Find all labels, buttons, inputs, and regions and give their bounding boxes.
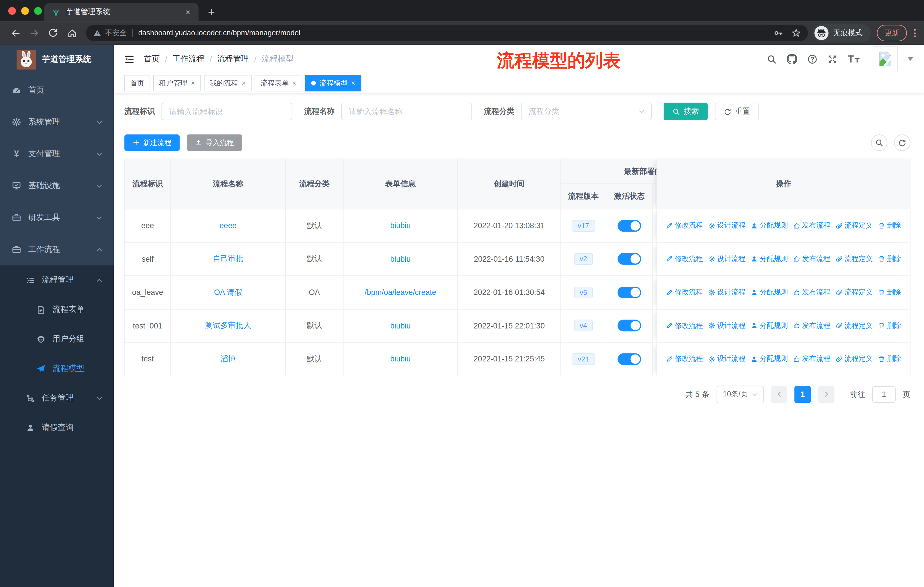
form-info-link[interactable]: /bpm/oa/leave/create <box>365 288 436 297</box>
goto-page-input[interactable] <box>872 386 896 403</box>
breadcrumb-process-management[interactable]: 流程管理 <box>217 54 249 64</box>
action-design-model[interactable]: 设计流程 <box>708 354 746 364</box>
sidebar-item-user-group[interactable]: 用户分组 <box>0 324 114 354</box>
reload-button[interactable] <box>45 25 60 40</box>
model-name-link[interactable]: 滔博 <box>220 354 236 364</box>
action-assign-rule[interactable]: 分配规则 <box>751 287 788 297</box>
sidebar-item-payment[interactable]: ¥ 支付管理 <box>0 138 114 170</box>
breadcrumb-workflow[interactable]: 工作流程 <box>172 54 204 64</box>
model-id-input[interactable] <box>162 103 292 121</box>
action-edit-model[interactable]: 修改流程 <box>666 354 703 364</box>
browser-tab[interactable]: 芋道管理系统 × <box>44 3 198 21</box>
user-avatar[interactable] <box>873 47 898 71</box>
tab-close-button[interactable]: × <box>185 7 191 17</box>
action-delete[interactable]: 删除 <box>878 321 901 331</box>
active-toggle[interactable] <box>617 220 641 231</box>
action-delete[interactable]: 删除 <box>878 221 901 231</box>
reset-button[interactable]: 重置 <box>715 103 759 121</box>
model-name-link[interactable]: 自己审批 <box>213 254 243 264</box>
action-process-definition[interactable]: 流程定义 <box>835 254 873 264</box>
sidebar-item-process-form[interactable]: 流程表单 <box>0 295 114 324</box>
github-link[interactable] <box>787 54 797 64</box>
action-delete[interactable]: 删除 <box>878 354 901 364</box>
action-edit-model[interactable]: 修改流程 <box>666 254 703 264</box>
form-info-link[interactable]: biubiu <box>390 255 411 263</box>
action-edit-model[interactable]: 修改流程 <box>666 321 703 331</box>
font-size-button[interactable] <box>848 54 860 64</box>
avatar-dropdown-caret-icon[interactable] <box>908 57 913 61</box>
action-deploy-model[interactable]: 发布流程 <box>793 321 830 331</box>
show-search-button[interactable] <box>871 134 888 151</box>
active-toggle[interactable] <box>617 286 641 298</box>
model-name-link[interactable]: 测试多审批人 <box>205 321 251 331</box>
create-model-button[interactable]: 新建流程 <box>124 134 180 151</box>
version-badge[interactable]: v5 <box>574 286 593 298</box>
action-design-model[interactable]: 设计流程 <box>708 254 746 264</box>
model-name-input[interactable] <box>341 103 472 121</box>
next-page-button[interactable] <box>818 386 835 403</box>
version-badge[interactable]: v2 <box>574 253 593 265</box>
forward-button[interactable] <box>26 25 42 40</box>
prev-page-button[interactable] <box>771 386 787 403</box>
action-deploy-model[interactable]: 发布流程 <box>793 254 830 264</box>
fullscreen-button[interactable] <box>827 54 838 64</box>
form-info-link[interactable]: biubiu <box>390 321 411 330</box>
action-design-model[interactable]: 设计流程 <box>708 221 746 231</box>
action-deploy-model[interactable]: 发布流程 <box>793 221 830 231</box>
sidebar-item-workflow[interactable]: 工作流程 <box>0 233 114 265</box>
tag-close-icon[interactable]: × <box>292 79 297 88</box>
bookmark-star-button[interactable] <box>791 28 801 38</box>
action-deploy-model[interactable]: 发布流程 <box>793 287 830 297</box>
browser-update-button[interactable]: 更新 <box>877 25 907 41</box>
password-key-button[interactable] <box>774 28 783 38</box>
version-badge[interactable]: v4 <box>574 320 593 332</box>
search-button[interactable]: 搜索 <box>663 103 708 121</box>
close-window-button[interactable] <box>8 7 16 15</box>
sidebar-item-dev-tools[interactable]: 研发工具 <box>0 202 114 233</box>
action-process-definition[interactable]: 流程定义 <box>835 287 873 297</box>
action-process-definition[interactable]: 流程定义 <box>835 221 873 231</box>
help-button[interactable] <box>807 54 817 64</box>
active-toggle[interactable] <box>617 353 641 365</box>
action-assign-rule[interactable]: 分配规则 <box>751 254 788 264</box>
action-delete[interactable]: 删除 <box>878 254 901 264</box>
breadcrumb-home[interactable]: 首页 <box>144 54 160 64</box>
version-badge[interactable]: v21 <box>572 353 595 365</box>
tag-my-process[interactable]: 我的流程× <box>204 75 252 91</box>
page-size-select[interactable]: 10条/页 <box>716 385 764 403</box>
action-assign-rule[interactable]: 分配规则 <box>751 321 788 331</box>
action-deploy-model[interactable]: 发布流程 <box>793 354 830 364</box>
import-model-button[interactable]: 导入流程 <box>187 134 242 151</box>
active-toggle[interactable] <box>617 253 641 265</box>
sidebar-item-process-management[interactable]: 流程管理 <box>0 265 114 295</box>
sidebar-item-leave-query[interactable]: 请假查询 <box>0 413 114 442</box>
model-name-link[interactable]: OA 请假 <box>214 287 242 298</box>
refresh-table-button[interactable] <box>894 134 911 151</box>
tag-home[interactable]: 首页 <box>124 75 150 91</box>
action-design-model[interactable]: 设计流程 <box>708 287 746 297</box>
home-button[interactable] <box>64 25 79 40</box>
tag-close-icon[interactable]: × <box>191 79 195 88</box>
sidebar-item-system[interactable]: 系统管理 <box>0 106 114 138</box>
model-name-link[interactable]: eeee <box>219 221 237 230</box>
back-button[interactable] <box>8 25 23 40</box>
tag-close-icon[interactable]: × <box>351 79 355 88</box>
sidebar-item-infrastructure[interactable]: 基础设施 <box>0 170 114 202</box>
action-edit-model[interactable]: 修改流程 <box>666 221 703 231</box>
form-info-link[interactable]: biubiu <box>390 221 411 230</box>
sidebar-item-process-model[interactable]: 流程模型 <box>0 354 114 383</box>
header-search-button[interactable] <box>767 54 777 64</box>
sidebar-collapse-button[interactable] <box>124 54 134 64</box>
active-toggle[interactable] <box>617 320 641 332</box>
sidebar-item-home[interactable]: 首页 <box>0 74 114 106</box>
action-design-model[interactable]: 设计流程 <box>708 321 746 331</box>
action-process-definition[interactable]: 流程定义 <box>835 321 873 331</box>
tag-close-icon[interactable]: × <box>242 79 246 88</box>
version-badge[interactable]: v17 <box>572 220 595 231</box>
action-assign-rule[interactable]: 分配规则 <box>751 354 788 364</box>
action-process-definition[interactable]: 流程定义 <box>835 354 873 364</box>
address-bar[interactable]: 不安全 dashboard.yudao.iocoder.cn/bpm/manag… <box>86 25 808 41</box>
category-select[interactable]: 流程分类 <box>521 103 652 121</box>
minimize-window-button[interactable] <box>21 7 29 15</box>
new-tab-button[interactable]: + <box>208 6 215 18</box>
